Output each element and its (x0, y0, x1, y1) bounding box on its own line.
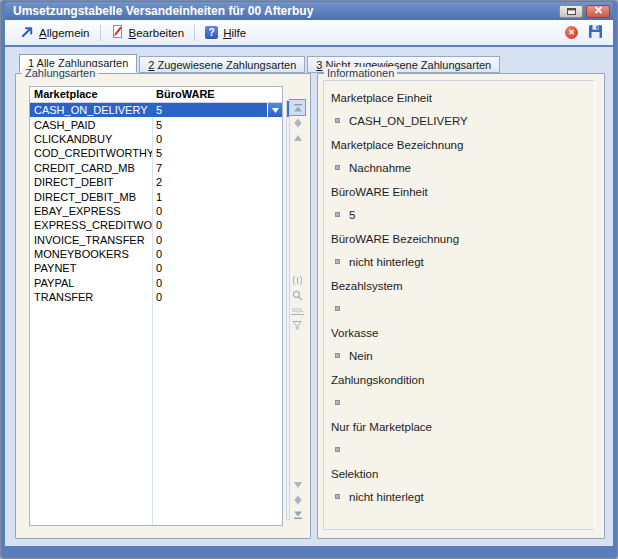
table-row[interactable]: MONEYBOOKERS0 (30, 247, 282, 261)
tab-bar: 1 Alle Zahlungsarten 2 Zugewiesene Zahlu… (19, 54, 605, 73)
search-icon[interactable] (290, 288, 305, 303)
table-row[interactable]: PAYPAL0 (30, 276, 282, 290)
column-header-marketplace[interactable]: Marketplace (30, 87, 152, 102)
table-row[interactable]: EXPRESS_CREDITWORTHINESS0 (30, 218, 282, 232)
cell-marketplace: MONEYBOOKERS (30, 248, 152, 260)
scroll-top-icon[interactable] (290, 100, 305, 115)
cell-buroware: 0 (152, 291, 282, 303)
scroll-down-icon[interactable] (290, 477, 305, 492)
arrow-up-right-icon (21, 26, 34, 40)
save-icon[interactable] (589, 24, 602, 42)
table-row[interactable]: DIRECT_DEBIT2 (30, 175, 282, 189)
bullet-icon (335, 259, 340, 264)
info-field-zahlungskondition: Zahlungskondition (331, 373, 587, 409)
button-label: llgemein (47, 27, 90, 39)
field-value: Nein (349, 350, 373, 362)
table-row[interactable]: PAYNET0 (30, 261, 282, 275)
columns-icon[interactable] (290, 273, 305, 288)
button-label: earbeiten (136, 27, 184, 39)
scroll-page-up-icon[interactable] (290, 115, 305, 130)
edit-document-icon (111, 25, 124, 40)
close-window-icon (594, 6, 603, 16)
tab-zugewiesene-zahlungsarten[interactable]: 2 Zugewiesene Zahlungsarten (139, 56, 305, 73)
cell-marketplace: CLICKANDBUY (30, 133, 152, 145)
scroll-page-down-icon[interactable] (290, 492, 305, 507)
toolbar-separator (194, 25, 195, 41)
table-row[interactable]: CASH_PAID5 (30, 117, 282, 131)
cell-marketplace: CREDIT_CARD_MB (30, 162, 152, 174)
table-row[interactable]: TRANSFER0 (30, 290, 282, 304)
allgemein-button[interactable]: Allgemein (14, 24, 97, 42)
bullet-icon (335, 353, 340, 358)
table-scrollbar[interactable] (286, 100, 290, 520)
cell-marketplace: PAYPAL (30, 277, 152, 289)
info-field-bezahlsystem: Bezahlsystem (331, 279, 587, 315)
field-value: 5 (349, 209, 355, 221)
table-side-strip: SQL (285, 86, 306, 526)
groupbox-title: Zahlungsarten (22, 67, 98, 79)
cell-buroware: 0 (152, 262, 282, 274)
cell-buroware: 0 (152, 248, 282, 260)
scroll-bottom-icon[interactable] (290, 507, 305, 522)
info-field-marketplace-einheit: Marketplace Einheit CASH_ON_DELIVERY (331, 91, 587, 127)
cell-buroware: 0 (152, 219, 282, 231)
bearbeiten-button[interactable]: Bearbeiten (104, 23, 192, 42)
table-row[interactable]: CLICKANDBUY0 (30, 132, 282, 146)
help-icon: ? (205, 26, 218, 39)
cell-marketplace: DIRECT_DEBIT_MB (30, 191, 152, 203)
bullet-icon (335, 494, 340, 499)
toolbar: Allgemein Bearbeiten ? Hilfe ✕ (5, 20, 613, 47)
zahlungsarten-groupbox: Zahlungsarten Marketplace BüroWARE CASH_… (15, 73, 311, 539)
table-row[interactable]: COD_CREDITWORTHYNESS5 (30, 146, 282, 160)
field-value: CASH_ON_DELIVERY (349, 115, 468, 127)
value-dropdown-button[interactable] (267, 103, 282, 117)
bullet-icon (335, 165, 340, 170)
cell-buroware: 1 (152, 191, 282, 203)
cell-marketplace: COD_CREDITWORTHYNESS (30, 147, 152, 159)
cell-marketplace: TRANSFER (30, 291, 152, 303)
cell-marketplace: CASH_ON_DELIVERY (30, 104, 152, 116)
info-field-marketplace-bezeichnung: Marketplace Bezeichnung Nachnahme (331, 138, 587, 174)
hilfe-button[interactable]: ? Hilfe (198, 24, 253, 41)
bullet-icon (335, 118, 340, 123)
cell-buroware: 0 (152, 234, 282, 246)
table-row-selected[interactable]: CASH_ON_DELIVERY 5 (30, 103, 282, 117)
dialog-window: Umsetzungstabelle Versandeinheiten für 0… (0, 0, 618, 559)
cell-marketplace: INVOICE_TRANSFER (30, 234, 152, 246)
table-row[interactable]: EBAY_EXPRESS0 (30, 204, 282, 218)
cell-marketplace: DIRECT_DEBIT (30, 176, 152, 188)
bullet-icon (335, 400, 340, 405)
scroll-up-icon[interactable] (290, 130, 305, 145)
cell-buroware: 7 (152, 162, 282, 174)
cell-marketplace: EXPRESS_CREDITWORTHINESS (30, 219, 152, 231)
table-row[interactable]: INVOICE_TRANSFER0 (30, 233, 282, 247)
close-window-button[interactable] (586, 5, 610, 18)
bullet-icon (335, 212, 340, 217)
dialog-content: 1 Alle Zahlungsarten 2 Zugewiesene Zahlu… (5, 47, 613, 546)
sql-icon[interactable]: SQL (290, 303, 305, 318)
bullet-icon (335, 306, 340, 311)
table-row[interactable]: CREDIT_CARD_MB7 (30, 161, 282, 175)
titlebar[interactable]: Umsetzungstabelle Versandeinheiten für 0… (5, 2, 613, 20)
cell-buroware: 5 (152, 104, 267, 116)
field-value: nicht hinterlegt (349, 491, 424, 503)
payments-table[interactable]: Marketplace BüroWARE CASH_ON_DELIVERY 5 … (29, 86, 283, 526)
groupbox-title: Informationen (324, 67, 397, 79)
toolbar-separator (100, 25, 101, 41)
column-header-buroware[interactable]: BüroWARE (152, 87, 282, 102)
window-title: Umsetzungstabelle Versandeinheiten für 0… (13, 4, 559, 18)
cell-buroware: 5 (152, 147, 282, 159)
cell-marketplace: CASH_PAID (30, 119, 152, 131)
table-row[interactable]: DIRECT_DEBIT_MB1 (30, 189, 282, 203)
filter-icon[interactable] (290, 318, 305, 333)
scrollbar-thumb[interactable] (287, 101, 289, 117)
cell-buroware: 2 (152, 176, 282, 188)
cancel-icon[interactable]: ✕ (565, 26, 578, 39)
cell-marketplace: PAYNET (30, 262, 152, 274)
bullet-icon (335, 447, 340, 452)
restore-window-button[interactable] (559, 5, 583, 18)
info-field-vorkasse: Vorkasse Nein (331, 326, 587, 362)
button-label: A (39, 27, 47, 39)
info-panel: Marketplace Einheit CASH_ON_DELIVERY Mar… (323, 80, 596, 530)
cell-marketplace: EBAY_EXPRESS (30, 205, 152, 217)
